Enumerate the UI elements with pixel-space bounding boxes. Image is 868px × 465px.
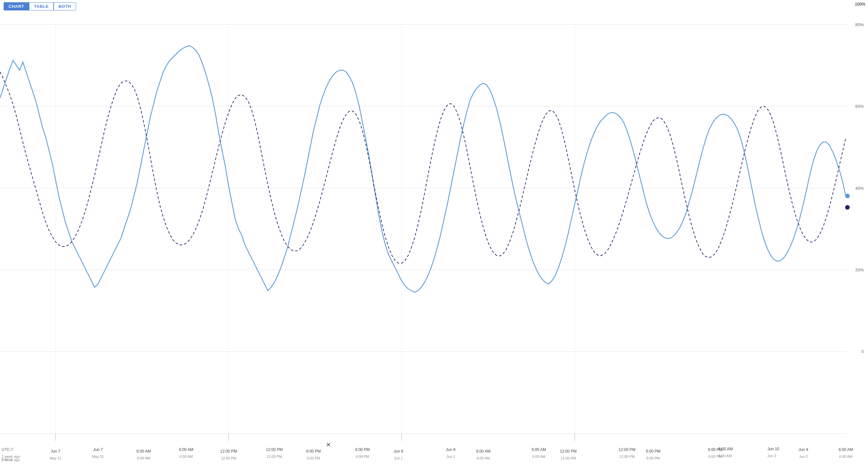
solid-line xyxy=(0,46,846,292)
one-week-ago-label: 1 week ago xyxy=(2,455,20,459)
dashed-line xyxy=(0,72,846,263)
tab-both[interactable]: BOTH xyxy=(54,2,76,10)
tab-chart[interactable]: CHART xyxy=(4,2,29,10)
tab-table[interactable]: TABLE xyxy=(29,2,54,10)
y-axis: 80% 60% 40% 20% 0 xyxy=(848,0,866,434)
chart-svg: ✕ xyxy=(0,0,868,465)
y-label-40: 40% xyxy=(855,186,864,191)
y-label-20: 20% xyxy=(855,268,864,272)
tab-bar: CHART TABLE BOTH xyxy=(4,2,76,10)
y-label-80: 80% xyxy=(855,22,864,27)
utc-label: UTC-7 xyxy=(2,447,13,452)
y-label-60: 60% xyxy=(855,104,864,109)
y-label-100-top: 100% xyxy=(855,2,865,7)
y-label-0: 0 xyxy=(862,349,864,354)
